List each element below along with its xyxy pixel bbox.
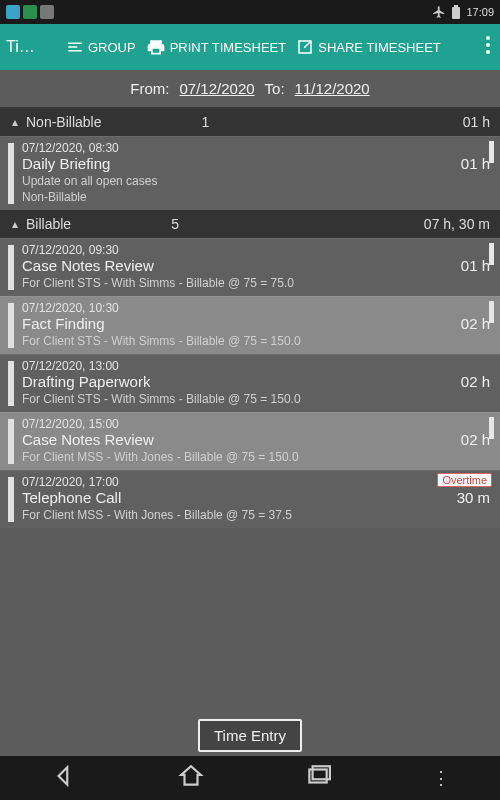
time-entry-button[interactable]: Time Entry: [198, 719, 302, 752]
battery-icon: [452, 5, 460, 19]
time-entry[interactable]: 07/12/2020, 10:30Fact Finding02 hFor Cli…: [0, 296, 500, 354]
entry-title: Case Notes Review: [22, 257, 154, 274]
entry-timestamp: 07/12/2020, 17:00: [22, 475, 490, 489]
group-name: Billable: [26, 216, 71, 232]
entry-stripe: [8, 361, 14, 406]
timesheet-list[interactable]: ▴Non-Billable101 h07/12/2020, 08:30Daily…: [0, 108, 500, 756]
entry-detail: For Client MSS - With Jones - Billable @…: [22, 450, 490, 464]
entry-stripe: [8, 477, 14, 522]
share-button[interactable]: SHARE TIMESHEET: [296, 38, 441, 56]
entry-duration: 02 h: [461, 431, 490, 448]
to-date[interactable]: 11/12/2020: [295, 80, 370, 97]
entry-timestamp: 07/12/2020, 15:00: [22, 417, 490, 431]
status-dot: [23, 5, 37, 19]
entry-stripe-right: [489, 141, 494, 163]
entry-timestamp: 07/12/2020, 13:00: [22, 359, 490, 373]
group-name: Non-Billable: [26, 114, 101, 130]
chevron-up-icon: ▴: [6, 217, 24, 231]
entry-stripe-right: [489, 301, 494, 323]
svg-rect-0: [452, 7, 460, 19]
nav-back[interactable]: [51, 763, 77, 793]
from-label: From:: [130, 80, 169, 97]
entry-timestamp: 07/12/2020, 09:30: [22, 243, 490, 257]
print-icon: [146, 37, 166, 57]
status-dot: [40, 5, 54, 19]
time-entry[interactable]: 07/12/2020, 09:30Case Notes Review01 hFo…: [0, 238, 500, 296]
time-entry[interactable]: 07/12/2020, 08:30Daily Briefing01 hUpdat…: [0, 136, 500, 210]
date-range-row: From: 07/12/2020 To: 11/12/2020: [0, 70, 500, 108]
group-header[interactable]: ▴Non-Billable101 h: [0, 108, 500, 136]
entry-stripe: [8, 303, 14, 348]
entry-detail: For Client STS - With Simms - Billable @…: [22, 334, 490, 348]
chevron-up-icon: ▴: [6, 115, 24, 129]
group-count: 5: [171, 216, 179, 232]
entry-title: Case Notes Review: [22, 431, 154, 448]
group-duration: 07 h, 30 m: [424, 216, 490, 232]
time-entry[interactable]: 07/12/2020, 15:00Case Notes Review02 hFo…: [0, 412, 500, 470]
entry-duration: 01 h: [461, 257, 490, 274]
print-button[interactable]: PRINT TIMESHEET: [146, 37, 287, 57]
entry-duration: 02 h: [461, 315, 490, 332]
nav-overflow[interactable]: ⋮: [432, 767, 450, 789]
entry-detail: Non-Billable: [22, 190, 490, 204]
app-title: Timesheet: [6, 38, 40, 56]
entry-timestamp: 07/12/2020, 10:30: [22, 301, 490, 315]
back-icon: [51, 763, 77, 789]
group-icon: [66, 38, 84, 56]
overtime-badge: Overtime: [437, 473, 492, 487]
svg-point-3: [486, 43, 490, 47]
svg-point-2: [486, 36, 490, 40]
entry-duration: 30 m: [457, 489, 490, 506]
svg-point-4: [486, 50, 490, 54]
entry-detail: For Client STS - With Simms - Billable @…: [22, 392, 490, 406]
entry-stripe-right: [489, 243, 494, 265]
recent-icon: [305, 763, 331, 789]
group-button[interactable]: GROUP: [66, 38, 136, 56]
entry-timestamp: 07/12/2020, 08:30: [22, 141, 490, 155]
overflow-menu[interactable]: [482, 36, 494, 58]
kebab-icon: [486, 36, 490, 54]
app-bar: Timesheet GROUP PRINT TIMESHEET SHARE TI…: [0, 24, 500, 70]
entry-title: Daily Briefing: [22, 155, 110, 172]
entry-stripe: [8, 143, 14, 204]
entry-duration: 01 h: [461, 155, 490, 172]
to-label: To:: [265, 80, 285, 97]
entry-title: Fact Finding: [22, 315, 105, 332]
time-entry[interactable]: 07/12/2020, 13:00Drafting Paperwork02 hF…: [0, 354, 500, 412]
airplane-icon: [432, 5, 446, 19]
group-duration: 01 h: [463, 114, 490, 130]
time-entry[interactable]: Overtime07/12/2020, 17:00Telephone Call3…: [0, 470, 500, 528]
home-icon: [178, 763, 204, 789]
entry-detail: For Client STS - With Simms - Billable @…: [22, 276, 490, 290]
entry-stripe: [8, 245, 14, 290]
entry-title: Drafting Paperwork: [22, 373, 150, 390]
nav-home[interactable]: [178, 763, 204, 793]
from-date[interactable]: 07/12/2020: [180, 80, 255, 97]
entry-duration: 02 h: [461, 373, 490, 390]
nav-bar: ⋮: [0, 756, 500, 800]
entry-stripe: [8, 419, 14, 464]
status-bar: 17:09: [0, 0, 500, 24]
clock-text: 17:09: [466, 6, 494, 18]
share-icon: [296, 38, 314, 56]
entry-stripe-right: [489, 417, 494, 439]
entry-detail: For Client MSS - With Jones - Billable @…: [22, 508, 490, 522]
svg-rect-1: [454, 5, 458, 7]
entry-detail: Update on all open cases: [22, 174, 490, 188]
nav-recent[interactable]: [305, 763, 331, 793]
entry-title: Telephone Call: [22, 489, 121, 506]
group-header[interactable]: ▴Billable507 h, 30 m: [0, 210, 500, 238]
group-count: 1: [201, 114, 209, 130]
status-dot: [6, 5, 20, 19]
